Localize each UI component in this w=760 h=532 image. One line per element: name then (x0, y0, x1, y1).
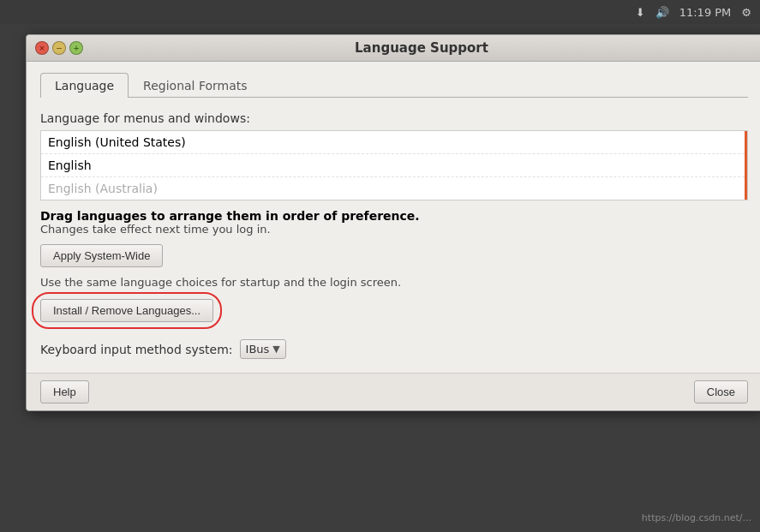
language-support-dialog: × − + Language Support Language Regional… (26, 34, 760, 411)
close-dialog-button[interactable]: Close (694, 380, 748, 403)
close-window-button[interactable]: × (35, 41, 49, 55)
settings-icon: ⚙ (741, 6, 751, 19)
minimize-window-button[interactable]: − (52, 41, 66, 55)
dialog-title: Language Support (90, 40, 753, 56)
section-label: Language for menus and windows: (40, 111, 748, 125)
maximize-window-button[interactable]: + (69, 41, 83, 55)
install-remove-button[interactable]: Install / Remove Languages... (40, 299, 213, 322)
language-item-english-au[interactable]: English (Australia) (41, 177, 745, 200)
volume-icon: 🔊 (655, 6, 669, 19)
keyboard-method-value: IBus (246, 343, 270, 356)
window-controls: × − + (35, 41, 83, 55)
apply-system-wide-note: Use the same language choices for startu… (40, 276, 748, 289)
apply-system-wide-button[interactable]: Apply System-Wide (40, 244, 163, 267)
dialog-footer: Help Close (27, 373, 760, 410)
drag-note: Drag languages to arrange them in order … (40, 209, 748, 236)
taskbar-icons: ⬇ 🔊 11:19 PM ⚙ (636, 6, 751, 19)
tab-bar: Language Regional Formats (40, 72, 748, 98)
language-list-inner: English (United States) English English … (41, 131, 747, 200)
keyboard-input-row: Keyboard input method system: IBus ▼ (40, 339, 748, 359)
titlebar: × − + Language Support (27, 35, 760, 62)
language-list: English (United States) English English … (40, 130, 748, 200)
dialog-body: Language Regional Formats Language for m… (27, 62, 760, 373)
language-item-english-us[interactable]: English (United States) (41, 131, 745, 154)
dialog-wrapper: × − + Language Support Language Regional… (26, 34, 760, 411)
language-item-english[interactable]: English (41, 154, 745, 177)
taskbar: ⬇ 🔊 11:19 PM ⚙ (0, 0, 760, 24)
keyboard-label: Keyboard input method system: (40, 343, 233, 356)
keyboard-method-select[interactable]: IBus ▼ (240, 339, 286, 359)
tab-language[interactable]: Language (40, 73, 129, 98)
chevron-down-icon: ▼ (272, 344, 279, 355)
url-watermark: https://blog.csdn.net/... (642, 512, 751, 523)
clock: 11:19 PM (679, 6, 732, 19)
download-icon: ⬇ (636, 6, 645, 19)
install-remove-wrapper: Install / Remove Languages... (40, 299, 213, 322)
help-button[interactable]: Help (40, 380, 89, 403)
tab-regional-formats[interactable]: Regional Formats (129, 73, 261, 98)
